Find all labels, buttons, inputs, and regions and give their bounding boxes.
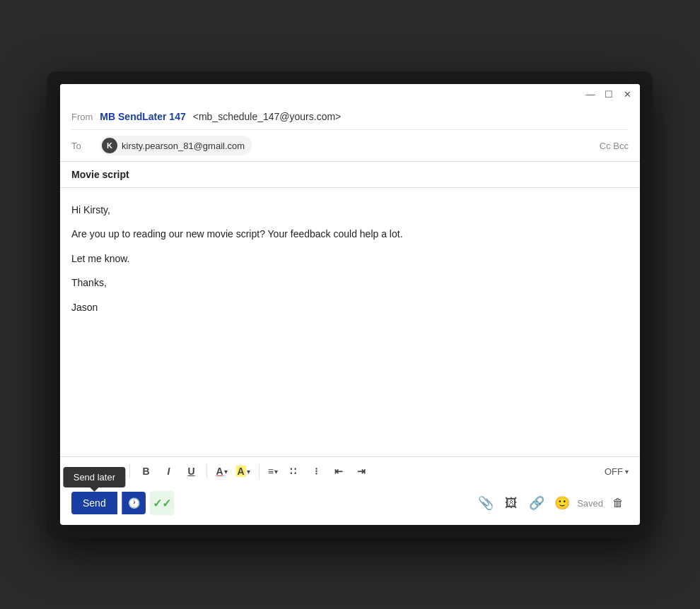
compose-body[interactable]: Hi Kirsty, Are you up to reading our new… [60, 188, 640, 456]
to-label: To [71, 141, 93, 151]
sender-email: <mb_schedule_147@yours.com> [193, 111, 342, 122]
ordered-list-icon: ∷ [290, 466, 296, 477]
align-icon: ≡ [268, 466, 274, 477]
underline-button[interactable]: U [181, 461, 201, 481]
indent-increase-icon: ⇥ [357, 466, 366, 477]
formatting-toolbar: Arial ▾ 10 ▾ B I U A ▾ A ▾ [60, 456, 640, 485]
from-row: From MB SendLater 147 <mb_schedule_147@y… [71, 104, 629, 129]
delete-button[interactable]: 🗑 [607, 492, 629, 514]
send-label: Send [83, 497, 106, 509]
highlight-icon: A [236, 466, 246, 477]
compose-header: From MB SendLater 147 <mb_schedule_147@y… [60, 104, 640, 162]
indent-increase-button[interactable]: ⇥ [351, 461, 371, 481]
compose-window: — ☐ ✕ From MB SendLater 147 <mb_schedule… [60, 84, 640, 525]
off-chevron-icon: ▾ [625, 468, 629, 475]
clock-icon: 🕐 [128, 497, 140, 509]
body-paragraph1: Are you up to reading our new movie scri… [71, 226, 629, 242]
divider3 [259, 464, 259, 478]
emoji-icon: 🙂 [554, 495, 570, 511]
ordered-list-button[interactable]: ∷ [284, 461, 303, 481]
sender-name: MB SendLater 147 [100, 111, 185, 122]
body-paragraph2: Let me know. [71, 251, 629, 266]
body-signature: Jason [71, 300, 629, 315]
divider2 [206, 464, 207, 478]
paperclip-icon: 📎 [478, 495, 494, 511]
image-icon: 🖼 [505, 496, 518, 511]
formatting-toggle[interactable]: OFF ▾ [605, 466, 629, 477]
highlight-color-button[interactable]: A ▾ [233, 463, 253, 479]
send-button[interactable]: Send [71, 492, 117, 514]
font-family-selector[interactable]: Arial ▾ [71, 465, 100, 478]
send-clock-button[interactable]: 🕐 [122, 492, 146, 514]
window-controls: — ☐ ✕ [585, 88, 633, 100]
maximize-button[interactable]: ☐ [603, 88, 614, 100]
checkmark-icon: ✓✓ [153, 497, 171, 510]
bold-button[interactable]: B [136, 461, 156, 481]
text-color-icon: A [216, 466, 223, 477]
close-button[interactable]: ✕ [622, 88, 633, 100]
text-color-button[interactable]: A ▾ [213, 463, 230, 479]
to-row: To K kirsty.pearson_81@gmail.com Cc Bcc [71, 129, 629, 161]
title-bar: — ☐ ✕ [60, 84, 640, 104]
divider [129, 464, 130, 478]
emoji-button[interactable]: 🙂 [552, 492, 573, 514]
avatar: K [102, 138, 117, 153]
align-chevron-icon: ▾ [274, 468, 278, 475]
minimize-button[interactable]: — [585, 88, 596, 100]
indent-decrease-button[interactable]: ⇤ [329, 461, 349, 481]
link-button[interactable]: 🔗 [526, 492, 547, 514]
off-label: OFF [605, 466, 623, 477]
greeting: Hi Kirsty, [71, 202, 629, 218]
saved-status: Saved [577, 498, 603, 509]
text-color-chevron-icon: ▾ [224, 468, 228, 475]
from-label: From [71, 112, 93, 122]
confirm-button[interactable]: ✓✓ [150, 491, 174, 515]
highlight-chevron-icon: ▾ [247, 468, 250, 475]
unordered-list-icon: ⁝ [315, 466, 317, 477]
font-size-selector[interactable]: 10 ▾ [103, 465, 124, 478]
align-button[interactable]: ≡ ▾ [265, 463, 281, 479]
unordered-list-button[interactable]: ⁝ [306, 461, 326, 481]
subject-field[interactable]: Movie script [60, 162, 640, 188]
cc-bcc-button[interactable]: Cc Bcc [600, 141, 629, 151]
recipient-chip[interactable]: K kirsty.pearson_81@gmail.com [100, 136, 252, 155]
font-chevron-icon: ▾ [94, 468, 98, 475]
image-button[interactable]: 🖼 [501, 492, 522, 514]
size-chevron-icon: ▾ [117, 468, 121, 475]
attach-button[interactable]: 📎 [475, 492, 496, 514]
recipient-email: kirsty.pearson_81@gmail.com [122, 141, 245, 151]
action-bar: Send later Send 🕐 ✓✓ 📎 🖼 🔗 [60, 485, 640, 525]
indent-decrease-icon: ⇤ [334, 466, 343, 477]
link-icon: 🔗 [529, 495, 544, 511]
trash-icon: 🗑 [612, 497, 624, 509]
body-closing: Thanks, [71, 275, 629, 290]
italic-button[interactable]: I [158, 461, 178, 481]
send-button-container: Send later Send [71, 492, 117, 514]
